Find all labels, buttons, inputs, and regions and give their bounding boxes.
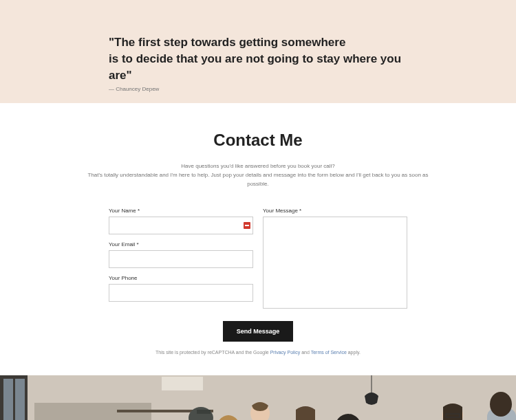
contact-sub-line-1: Have questions you'd like answered befor… <box>181 163 334 169</box>
contact-subtitle: Have questions you'd like answered befor… <box>86 162 430 188</box>
svg-rect-10 <box>162 377 203 390</box>
phone-input[interactable] <box>109 284 253 302</box>
terms-of-service-link[interactable]: Terms of Service <box>311 350 347 355</box>
email-field-group: Your Email * <box>109 241 253 268</box>
svg-rect-2 <box>3 379 13 420</box>
name-field-group: Your Name * <box>109 208 253 234</box>
svg-rect-3 <box>15 379 25 420</box>
message-label: Your Message * <box>263 208 407 214</box>
svg-rect-19 <box>197 410 211 414</box>
email-label: Your Email * <box>109 241 253 247</box>
name-input[interactable] <box>109 217 253 234</box>
contact-title: Contact Me <box>0 131 516 150</box>
legal-prefix: This site is protected by reCAPTCHA and … <box>155 350 270 355</box>
contact-sub-line-2: That's totally understandable and I'm he… <box>87 172 428 187</box>
name-label: Your Name * <box>109 208 253 214</box>
quote-section: "The first step towards getting somewher… <box>0 0 516 103</box>
privacy-policy-link[interactable]: Privacy Policy <box>270 350 301 355</box>
quote-line-2: is to decide that you are not going to s… <box>109 52 401 82</box>
phone-field-group: Your Phone <box>109 275 253 302</box>
hero-photo <box>0 375 516 420</box>
send-message-button[interactable]: Send Message <box>223 321 294 342</box>
quote-author: — Chauncey Depew <box>109 86 407 92</box>
legal-and: and <box>300 350 310 355</box>
contact-form: Your Name * Your Email * Your Phone <box>109 208 407 355</box>
autofill-icon[interactable] <box>244 222 250 229</box>
phone-label: Your Phone <box>109 275 253 281</box>
email-input[interactable] <box>109 250 253 268</box>
contact-section: Contact Me Have questions you'd like ans… <box>0 103 516 375</box>
message-field-group: Your Message * <box>263 208 407 309</box>
quote-text: "The first step towards getting somewher… <box>109 34 407 83</box>
svg-point-35 <box>490 392 512 417</box>
message-textarea[interactable] <box>263 217 407 309</box>
quote-line-1: "The first step towards getting somewher… <box>109 36 345 49</box>
recaptcha-note: This site is protected by reCAPTCHA and … <box>109 350 407 355</box>
legal-suffix: apply. <box>347 350 361 355</box>
